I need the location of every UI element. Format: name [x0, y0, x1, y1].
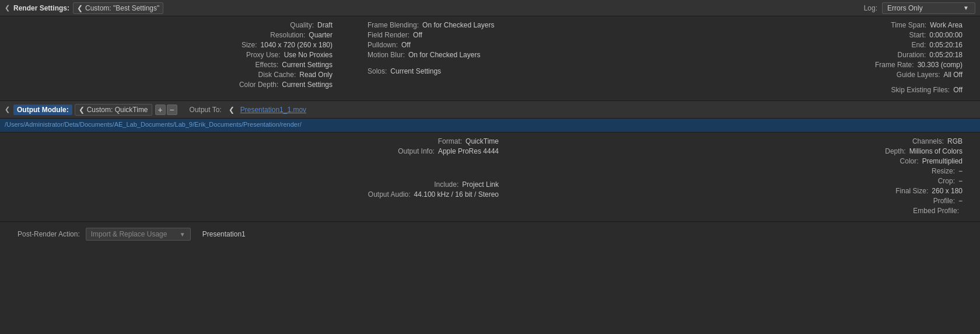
duration-key: Duration:: [898, 51, 926, 59]
skip-existing-row: Skip Existing Files: Off: [677, 86, 963, 94]
output-to-dropdown-arrow: ❮: [229, 106, 235, 114]
settings-detail: Quality: Draft Resolution: Quarter Size:…: [0, 16, 980, 101]
color-depth-key: Color Depth:: [239, 81, 278, 89]
solos-key: Solos:: [368, 67, 387, 75]
solos-row: Solos: Current Settings: [368, 67, 653, 75]
profile-row: Profile: −: [522, 197, 963, 205]
disk-cache-key: Disk Cache:: [258, 71, 296, 79]
output-to-dropdown[interactable]: ❮: [225, 105, 238, 115]
disk-cache-val: Read Only: [299, 71, 332, 79]
field-render-val: Off: [413, 31, 422, 39]
motion-blur-key: Motion Blur:: [368, 51, 405, 59]
embed-profile-row: Embed Profile:: [522, 207, 963, 215]
output-module-dropdown[interactable]: ❮ Custom: QuickTime: [75, 104, 152, 116]
render-settings-label: Render Settings:: [13, 4, 69, 12]
file-path-text[interactable]: /Users/Administrator/Deta/Documents/AE_L…: [5, 121, 302, 128]
post-render-label: Post-Render Action:: [18, 230, 80, 238]
resolution-val: Quarter: [309, 31, 332, 39]
guide-layers-val: All Off: [944, 71, 963, 79]
output-module-label: Output Module:: [13, 105, 72, 115]
duration-row: Duration: 0:05:20:18: [677, 51, 963, 59]
render-settings-dropdown-label: Custom: "Best Settings": [85, 4, 159, 12]
output-info-key: Output Info:: [398, 147, 435, 155]
resolution-key: Resolution:: [270, 31, 305, 39]
minus-icon: −: [169, 105, 174, 114]
channels-row: Channels: RGB: [522, 137, 963, 145]
settings-col-left: Quality: Draft Resolution: Quarter Size:…: [0, 21, 344, 96]
output-info-val: Apple ProRes 4444: [438, 147, 499, 155]
color-row: Color: Premultiplied: [522, 157, 963, 165]
disk-cache-row: Disk Cache: Read Only: [47, 71, 332, 79]
embed-profile-key: Embed Profile:: [913, 207, 959, 215]
field-render-key: Field Render:: [368, 31, 410, 39]
quality-val: Draft: [317, 21, 332, 29]
output-detail: Format: QuickTime Output Info: Apple Pro…: [0, 133, 980, 222]
motion-blur-val: On for Checked Layers: [408, 51, 480, 59]
start-row: Start: 0:00:00:00: [677, 31, 963, 39]
post-render-row: Post-Render Action: Import & Replace Usa…: [0, 222, 980, 246]
output-module-row: ❮ Output Module: ❮ Custom: QuickTime + −…: [0, 101, 980, 119]
render-settings-chevron[interactable]: ❮: [5, 4, 10, 12]
log-value: Errors Only: [887, 4, 923, 12]
final-size-row: Final Size: 260 x 180: [522, 187, 963, 195]
field-render-row: Field Render: Off: [368, 31, 653, 39]
size-row: Size: 1040 x 720 (260 x 180): [47, 41, 332, 49]
output-col-left: Format: QuickTime Output Info: Apple Pro…: [0, 137, 510, 217]
render-settings-dropdown-arrow: ❮: [77, 4, 83, 12]
include-row: Include: Project Link: [58, 180, 499, 189]
output-filename[interactable]: Presentation1_1.mov: [240, 106, 306, 114]
duration-val: 0:05:20:18: [929, 51, 963, 59]
resize-val: −: [958, 167, 963, 175]
motion-blur-row: Motion Blur: On for Checked Layers: [368, 51, 653, 59]
pulldown-row: Pulldown: Off: [368, 41, 653, 49]
profile-val: −: [958, 197, 963, 205]
output-info-row: Output Info: Apple ProRes 4444: [58, 147, 499, 155]
skip-existing-key: Skip Existing Files:: [891, 86, 950, 94]
settings-col-right: Time Span: Work Area Start: 0:00:00:00 E…: [665, 21, 980, 96]
output-to-label: Output To:: [190, 106, 222, 114]
start-val: 0:00:00:00: [929, 31, 963, 39]
solos-val: Current Settings: [390, 67, 441, 75]
frame-rate-val: 30.303 (comp): [918, 61, 963, 69]
color-val: Premultiplied: [922, 157, 963, 165]
post-render-dropdown[interactable]: Import & Replace Usage ▼: [86, 228, 191, 241]
resolution-row: Resolution: Quarter: [47, 31, 332, 39]
output-module-chevron[interactable]: ❮: [5, 106, 10, 113]
log-dropdown[interactable]: Errors Only ▼: [882, 2, 975, 14]
include-val: Project Link: [462, 180, 499, 189]
profile-key: Profile:: [933, 197, 955, 205]
resize-row: Resize: −: [522, 167, 963, 175]
log-dropdown-arrow: ▼: [963, 5, 969, 11]
frame-blending-row: Frame Blending: On for Checked Layers: [368, 21, 653, 29]
channels-key: Channels:: [912, 137, 944, 145]
color-depth-val: Current Settings: [282, 81, 332, 89]
quality-row: Quality: Draft: [47, 21, 332, 29]
final-size-key: Final Size:: [895, 187, 928, 195]
log-section: Log: Errors Only ▼: [864, 2, 975, 14]
remove-output-module-button[interactable]: −: [167, 105, 177, 115]
frame-rate-key: Frame Rate:: [875, 61, 914, 69]
add-output-module-button[interactable]: +: [155, 105, 166, 115]
format-row: Format: QuickTime: [58, 137, 499, 145]
render-settings-row: ❮ Render Settings: ❮ Custom: "Best Setti…: [0, 0, 980, 16]
guide-layers-row: Guide Layers: All Off: [677, 71, 963, 79]
output-module-dropdown-arrow: ❮: [79, 106, 85, 114]
include-key: Include:: [434, 180, 459, 189]
effects-key: Effects:: [255, 61, 278, 69]
output-audio-val: 44.100 kHz / 16 bit / Stereo: [414, 190, 499, 199]
guide-layers-key: Guide Layers:: [897, 71, 940, 79]
output-audio-key: Output Audio:: [368, 190, 411, 199]
resize-key: Resize:: [932, 167, 955, 175]
skip-existing-val: Off: [953, 86, 963, 94]
format-key: Format:: [438, 137, 462, 145]
end-val: 0:05:20:16: [929, 41, 963, 49]
end-row: End: 0:05:20:16: [677, 41, 963, 49]
final-size-val: 260 x 180: [932, 187, 963, 195]
render-settings-dropdown[interactable]: ❮ Custom: "Best Settings": [73, 2, 163, 14]
crop-key: Crop:: [938, 177, 955, 185]
post-render-dropdown-value: Import & Replace Usage: [91, 230, 167, 238]
channels-val: RGB: [947, 137, 963, 145]
comp-name: Presentation1: [202, 230, 246, 238]
quality-key: Quality:: [290, 21, 314, 29]
log-label: Log:: [864, 4, 877, 12]
